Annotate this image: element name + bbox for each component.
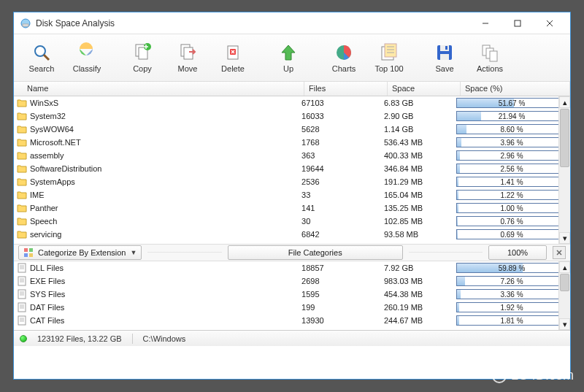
row-space: 244.67 MB [384, 316, 456, 325]
row-files: 363 [301, 151, 384, 160]
table-row[interactable]: SoftwareDistribution19644346.84 MB2.56 % [14, 162, 570, 175]
row-space: 7.92 GB [384, 264, 456, 272]
row-name: servicing [30, 230, 61, 239]
file-categories-label[interactable]: File Categories [228, 245, 403, 260]
classify-button[interactable]: Classify [65, 39, 109, 77]
row-space: 260.19 MB [384, 303, 456, 312]
table-row[interactable]: WinSxS671036.83 GB51.67 % [14, 96, 570, 109]
zoom-level[interactable]: 100% [488, 245, 547, 260]
svg-rect-17 [385, 44, 396, 57]
row-name: WinSxS [30, 99, 58, 107]
svg-rect-30 [24, 253, 28, 257]
percent-bar: 1.22 % [456, 190, 567, 200]
folder-scrollbar[interactable]: ▴ ▾ [558, 96, 570, 244]
search-button[interactable]: Search [20, 39, 64, 77]
table-row[interactable]: servicing684293.58 MB0.69 % [14, 228, 570, 241]
table-row[interactable]: System32160332.90 GB21.94 % [14, 109, 570, 123]
svg-rect-24 [445, 46, 447, 50]
chart-icon [334, 42, 354, 63]
row-space: 93.58 MB [384, 230, 456, 239]
scroll-up-icon[interactable]: ▴ [559, 261, 570, 273]
content-area: Name Files Space Space (%) WinSxS671036.… [14, 82, 570, 379]
charts-button[interactable]: Charts [322, 39, 366, 77]
svg-rect-44 [18, 303, 26, 312]
column-files[interactable]: Files [304, 82, 388, 96]
scroll-down-icon[interactable]: ▾ [559, 318, 570, 330]
row-files: 67103 [301, 99, 384, 107]
percent-bar: 1.92 % [456, 302, 567, 312]
delete-button[interactable]: Delete [211, 39, 255, 77]
close-button[interactable] [534, 13, 566, 34]
copy-button[interactable]: Copy [120, 39, 164, 77]
close-icon [556, 250, 562, 255]
percent-bar: 7.26 % [456, 276, 567, 286]
watermark: ↻ LO4D.com [492, 368, 574, 383]
table-row[interactable]: SysWOW6456281.14 GB8.60 % [14, 123, 570, 136]
up-button[interactable]: Up [266, 39, 310, 77]
row-files: 141 [301, 204, 384, 212]
scroll-up-icon[interactable]: ▴ [559, 96, 570, 108]
toolbar: Search Classify Copy Move Delete Up Char… [14, 34, 570, 82]
category-scrollbar[interactable]: ▴ ▾ [558, 261, 570, 330]
table-row[interactable]: Panther141135.25 MB1.00 % [14, 201, 570, 215]
categorize-icon [23, 247, 34, 258]
table-row[interactable]: Speech30102.85 MB0.76 % [14, 215, 570, 228]
save-icon [434, 42, 455, 63]
top100-icon [379, 42, 399, 63]
table-row[interactable]: SYS Files1595454.38 MB3.36 % [14, 288, 570, 301]
folder-table-header: Name Files Space Space (%) [14, 82, 570, 96]
save-button[interactable]: Save [423, 39, 466, 77]
svg-rect-23 [440, 54, 449, 60]
column-space-pct[interactable]: Space (%) [461, 82, 570, 96]
row-space: 135.25 MB [384, 204, 456, 212]
row-files: 199 [301, 303, 384, 312]
table-row[interactable]: assembly363400.33 MB2.96 % [14, 149, 570, 162]
row-files: 30 [301, 217, 384, 226]
categorize-dropdown[interactable]: Categorize By Extension ▼ [18, 245, 142, 260]
column-space[interactable]: Space [388, 82, 461, 96]
table-row[interactable]: DAT Files199260.19 MB1.92 % [14, 301, 570, 314]
table-row[interactable]: IME33165.04 MB1.22 % [14, 188, 570, 201]
actions-icon [480, 42, 500, 63]
scroll-down-icon[interactable]: ▾ [559, 232, 570, 244]
percent-bar: 3.36 % [456, 289, 567, 299]
close-categories-button[interactable] [553, 246, 566, 259]
row-name: Panther [30, 204, 58, 212]
percent-bar: 21.94 % [456, 111, 567, 121]
svg-rect-29 [29, 248, 33, 252]
row-name: Microsoft.NET [30, 138, 81, 147]
status-indicator-icon [20, 335, 27, 342]
row-space: 346.84 MB [384, 164, 456, 173]
svg-rect-28 [24, 248, 28, 252]
top100-button[interactable]: Top 100 [367, 39, 411, 77]
table-row[interactable]: DLL Files188577.92 GB59.89 % [14, 261, 570, 274]
svg-rect-1 [23, 24, 28, 26]
titlebar[interactable]: Disk Space Analysis [14, 12, 570, 34]
minimize-button[interactable] [469, 13, 502, 34]
svg-point-6 [35, 46, 45, 56]
row-files: 2698 [301, 277, 384, 285]
maximize-button[interactable] [502, 13, 534, 34]
row-space: 536.43 MB [384, 138, 456, 147]
row-files: 2536 [301, 177, 384, 186]
chevron-down-icon: ▼ [130, 249, 137, 256]
actions-button[interactable]: Actions [468, 39, 512, 77]
up-arrow-icon [278, 42, 299, 63]
table-row[interactable]: Microsoft.NET1768536.43 MB3.96 % [14, 136, 570, 149]
svg-rect-3 [515, 20, 520, 26]
svg-rect-36 [18, 277, 26, 285]
column-name[interactable]: Name [14, 82, 304, 96]
row-name: SysWOW64 [30, 125, 74, 134]
row-space: 454.38 MB [384, 290, 456, 299]
percent-bar: 3.96 % [456, 137, 567, 147]
row-name: SYS Files [30, 290, 65, 299]
table-row[interactable]: EXE Files2698983.03 MB7.26 % [14, 274, 570, 288]
percent-bar: 59.89 % [456, 263, 567, 273]
table-row[interactable]: CAT Files13930244.67 MB1.81 % [14, 314, 570, 327]
row-space: 2.90 GB [384, 112, 456, 120]
row-name: DLL Files [30, 264, 64, 272]
table-row[interactable]: SystemApps2536191.29 MB1.41 % [14, 175, 570, 188]
move-button[interactable]: Move [166, 39, 210, 77]
app-window: Disk Space Analysis Search Classify Copy… [13, 12, 571, 380]
status-path: C:\Windows [143, 334, 186, 343]
